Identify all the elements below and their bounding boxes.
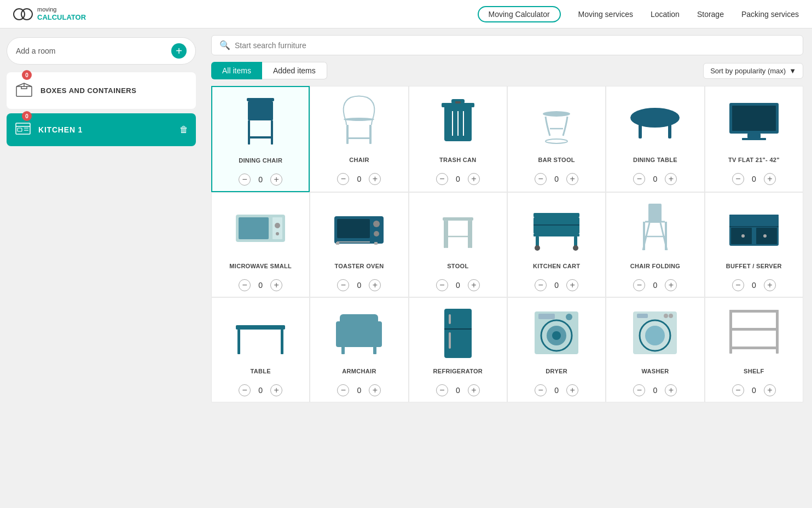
increment-button-washer[interactable]: +: [665, 384, 677, 396]
search-input[interactable]: [235, 41, 795, 50]
svg-rect-96: [776, 310, 779, 354]
decrement-button-armchair[interactable]: −: [337, 384, 349, 396]
item-card-toaster-oven[interactable]: TOASTER OVEN−0+: [310, 192, 408, 297]
decrement-button-tv-flat[interactable]: −: [732, 173, 744, 185]
tab-all-items[interactable]: All items: [211, 62, 262, 79]
quantity-control-dryer: −0+: [535, 384, 578, 396]
item-card-refrigerator[interactable]: REFRIGERATOR−0+: [409, 297, 507, 402]
increment-button-toaster-oven[interactable]: +: [369, 279, 381, 291]
nav-moving-services[interactable]: Moving services: [578, 10, 633, 19]
quantity-control-washer: −0+: [633, 384, 677, 396]
svg-point-23: [543, 111, 570, 117]
increment-button-chair[interactable]: +: [369, 173, 381, 185]
add-room-button[interactable]: Add a room +: [7, 37, 196, 65]
item-card-kitchen-cart[interactable]: KITCHEN CART−0+: [507, 192, 606, 297]
svg-rect-44: [374, 242, 378, 245]
quantity-value-stool: 0: [454, 281, 462, 290]
item-image-dryer: [529, 304, 584, 359]
increment-button-dryer[interactable]: +: [566, 384, 578, 396]
decrement-button-bar-stool[interactable]: −: [535, 173, 547, 185]
increment-button-trash-can[interactable]: +: [468, 173, 480, 185]
svg-rect-52: [533, 217, 579, 234]
svg-point-25: [546, 139, 567, 143]
svg-point-26: [630, 108, 680, 128]
decrement-button-dryer[interactable]: −: [535, 384, 547, 396]
decrement-button-chair[interactable]: −: [337, 173, 349, 185]
item-card-tv-flat[interactable]: TV FLAT 21"- 42"−0+: [705, 86, 803, 192]
decrement-button-microwave-small[interactable]: −: [239, 279, 251, 291]
item-card-armchair[interactable]: ARMCHAIR−0+: [310, 297, 408, 402]
svg-rect-74: [341, 346, 345, 354]
decrement-button-trash-can[interactable]: −: [436, 173, 448, 185]
decrement-button-shelf[interactable]: −: [732, 384, 744, 396]
decrement-button-stool[interactable]: −: [436, 279, 448, 291]
increment-button-armchair[interactable]: +: [369, 384, 381, 396]
decrement-button-dining-table[interactable]: −: [633, 173, 645, 185]
sidebar-boxes-item[interactable]: 0 BOXES AND CONTAINERS: [7, 72, 196, 109]
tab-added-items[interactable]: Added items: [262, 62, 327, 79]
item-name-dining-table: DINING TABLE: [633, 152, 677, 168]
item-card-chair-folding[interactable]: CHAIR FOLDING−0+: [606, 192, 704, 297]
nav-packing-services[interactable]: Packing services: [741, 10, 799, 19]
quantity-value-kitchen-cart: 0: [552, 281, 561, 290]
item-card-dining-chair[interactable]: DINING CHAIR−0+: [211, 86, 310, 192]
decrement-button-kitchen-cart[interactable]: −: [535, 279, 547, 291]
item-card-chair[interactable]: CHAIR−0+: [310, 86, 408, 192]
item-name-refrigerator: REFRIGERATOR: [433, 363, 483, 379]
nav-moving-calculator[interactable]: Moving Calculator: [478, 6, 561, 22]
svg-rect-13: [346, 125, 349, 144]
increment-button-bar-stool[interactable]: +: [566, 173, 578, 185]
nav-location[interactable]: Location: [651, 10, 680, 19]
increment-button-dining-chair[interactable]: +: [270, 174, 282, 186]
quantity-value-dryer: 0: [552, 386, 561, 395]
decrement-button-dining-chair[interactable]: −: [239, 174, 251, 186]
item-card-buffet-server[interactable]: BUFFET / SERVER−0+: [705, 192, 803, 297]
item-card-microwave-small[interactable]: MICROWAVE SMALL−0+: [211, 192, 310, 297]
item-card-dryer[interactable]: DRYER−0+: [507, 297, 606, 402]
svg-rect-51: [533, 213, 579, 217]
quantity-value-dining-chair: 0: [256, 175, 265, 184]
sidebar-kitchen-item[interactable]: 0 KITCHEN 1 🗑: [7, 113, 196, 146]
trash-icon[interactable]: 🗑: [179, 125, 188, 135]
item-name-microwave-small: MICROWAVE SMALL: [229, 258, 292, 274]
increment-button-refrigerator[interactable]: +: [468, 384, 480, 396]
increment-button-microwave-small[interactable]: +: [270, 279, 282, 291]
svg-rect-67: [236, 325, 285, 330]
item-card-trash-can[interactable]: TRASH CAN−0+: [409, 86, 507, 192]
item-card-shelf[interactable]: SHELF−0+: [705, 297, 803, 402]
increment-button-stool[interactable]: +: [468, 279, 480, 291]
quantity-value-microwave-small: 0: [256, 281, 265, 290]
item-card-washer[interactable]: WASHER−0+: [606, 297, 704, 402]
items-grid-container[interactable]: DINING CHAIR−0+CHAIR−0+TRASH CAN−0+BAR S…: [211, 86, 803, 501]
quantity-value-shelf: 0: [750, 386, 758, 395]
svg-rect-70: [340, 325, 378, 347]
svg-rect-43: [336, 242, 339, 245]
svg-rect-54: [536, 236, 539, 246]
item-card-bar-stool[interactable]: BAR STOOL−0+: [507, 86, 606, 192]
increment-button-tv-flat[interactable]: +: [764, 173, 776, 185]
increment-button-shelf[interactable]: +: [764, 384, 776, 396]
item-card-stool[interactable]: STOOL−0+: [409, 192, 507, 297]
increment-button-kitchen-cart[interactable]: +: [566, 279, 578, 291]
svg-rect-92: [729, 310, 779, 313]
decrement-button-buffet-server[interactable]: −: [732, 279, 744, 291]
decrement-button-washer[interactable]: −: [633, 384, 645, 396]
svg-rect-2: [16, 123, 30, 134]
svg-rect-46: [444, 221, 446, 248]
nav-storage[interactable]: Storage: [697, 10, 724, 19]
sort-dropdown[interactable]: Sort by popularity (max) ▼: [703, 63, 803, 79]
increment-button-table[interactable]: +: [270, 384, 282, 396]
increment-button-chair-folding[interactable]: +: [665, 279, 677, 291]
svg-rect-7: [247, 98, 274, 101]
decrement-button-table[interactable]: −: [239, 384, 251, 396]
increment-button-dining-table[interactable]: +: [665, 173, 677, 185]
svg-rect-32: [742, 138, 766, 140]
svg-point-37: [276, 232, 279, 235]
item-card-dining-table[interactable]: DINING TABLE−0+: [606, 86, 704, 192]
increment-button-buffet-server[interactable]: +: [764, 279, 776, 291]
item-card-table[interactable]: TABLE−0+: [211, 297, 310, 402]
decrement-button-chair-folding[interactable]: −: [633, 279, 645, 291]
decrement-button-toaster-oven[interactable]: −: [337, 279, 349, 291]
tabs-sort-bar: All items Added items Sort by popularity…: [211, 62, 803, 79]
decrement-button-refrigerator[interactable]: −: [436, 384, 448, 396]
